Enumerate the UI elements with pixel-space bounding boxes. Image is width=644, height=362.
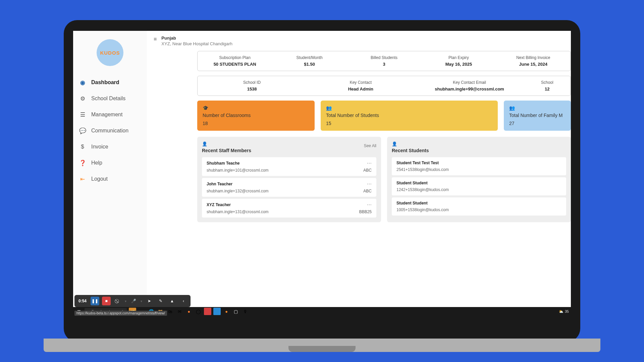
staff-icon: 👤 bbox=[202, 141, 251, 146]
email-cell: Key Contact Email shubham.ingle+99@cross… bbox=[415, 76, 524, 96]
sidebar-item-dashboard[interactable]: ◉ Dashboard bbox=[73, 74, 147, 90]
staff-panel: 👤 Recent Staff Members See All Shubham T… bbox=[197, 137, 381, 222]
mail-icon[interactable]: ✉ bbox=[176, 308, 183, 315]
list-item[interactable]: Student Test Test Test 2541+1538login@ku… bbox=[392, 157, 566, 175]
sidebar-item-communication[interactable]: 💬 Communication bbox=[73, 123, 147, 139]
pen-icon[interactable]: ✎ bbox=[156, 297, 165, 305]
rate-cell: Student/Month $1.50 bbox=[272, 51, 346, 71]
students-list: Student Test Test Test 2541+1538login@ku… bbox=[392, 157, 566, 216]
students-value: 15 bbox=[326, 121, 492, 126]
more-icon[interactable]: ⋯ bbox=[367, 202, 372, 207]
app-icon-orange[interactable]: ● bbox=[223, 308, 230, 315]
item-email: 2541+1538login@kudos.com bbox=[396, 167, 449, 172]
expiry-value: May 16, 2025 bbox=[424, 62, 493, 67]
sidebar-item-logout[interactable]: ⇤ Logout bbox=[73, 171, 147, 187]
system-tray[interactable]: ⛅ 35 bbox=[559, 309, 569, 314]
item-name: Student Student bbox=[396, 181, 428, 185]
app-icon-blue[interactable] bbox=[213, 308, 221, 315]
camera-off-icon[interactable]: ⃠ bbox=[113, 297, 122, 305]
family-value: 27 bbox=[509, 121, 566, 126]
expiry-label: Plan Expiry bbox=[424, 55, 493, 60]
sidebar-item-school-details[interactable]: ⚙ School Details bbox=[73, 90, 147, 107]
sidebar-item-label: School Details bbox=[91, 96, 125, 102]
collapse-icon[interactable]: ‹ bbox=[179, 297, 188, 305]
stop-button[interactable]: ■ bbox=[102, 297, 111, 305]
staff-list: Shubham Teache ⋯ shubham.ingle+101@cross… bbox=[202, 157, 376, 218]
list-icon: ☰ bbox=[79, 111, 86, 118]
laptop-notch bbox=[288, 346, 356, 352]
app-icon-mic[interactable]: 🎙 bbox=[241, 308, 249, 315]
sidebar-item-label: Management bbox=[91, 112, 122, 118]
screen-viewport: KUDOS ◉ Dashboard ⚙ School Details ☰ Man… bbox=[73, 31, 571, 316]
classrooms-value: 18 bbox=[203, 121, 309, 126]
mic-off-icon[interactable]: 🎤 bbox=[129, 297, 138, 305]
item-name: Student Student bbox=[396, 201, 428, 205]
dollar-icon: $ bbox=[79, 143, 86, 150]
pointer-icon[interactable]: ➤ bbox=[145, 297, 154, 305]
item-name: Student Test Test Test bbox=[396, 161, 439, 165]
highlight-icon[interactable]: ▲ bbox=[168, 297, 176, 305]
staff-panel-title: Recent Staff Members bbox=[202, 148, 251, 153]
list-item[interactable]: John Teacher ⋯ shubham.ingle+132@crossml… bbox=[202, 178, 376, 197]
chrome-icon[interactable]: ◯ bbox=[195, 308, 202, 315]
list-item[interactable]: Shubham Teache ⋯ shubham.ingle+101@cross… bbox=[202, 157, 376, 176]
invoice-label: Next Billing Invoice bbox=[499, 55, 568, 60]
family-label: Total Number of Family M bbox=[509, 113, 566, 118]
invoice-value: June 15, 2024 bbox=[499, 62, 568, 67]
item-email: 1005+1538login@kudos.com bbox=[396, 207, 449, 212]
sidebar-item-management[interactable]: ☰ Management bbox=[73, 107, 147, 123]
weather-icon: ⛅ bbox=[559, 309, 564, 314]
firefox-icon[interactable]: ● bbox=[185, 308, 193, 315]
list-item[interactable]: XYZ Teacher ⋯ shubham.ingle+131@crossml.… bbox=[202, 199, 376, 218]
students-label: Total Number of Students bbox=[326, 113, 492, 118]
school-info-bar: School ID 1538 Key Contact Head Admin Ke… bbox=[197, 76, 571, 96]
laptop-frame: KUDOS ◉ Dashboard ⚙ School Details ☰ Man… bbox=[64, 20, 580, 342]
list-item[interactable]: Student Student 1005+1538login@kudos.com bbox=[392, 197, 566, 216]
question-icon: ❓ bbox=[79, 160, 86, 166]
app-icon-red[interactable] bbox=[204, 308, 211, 315]
email-label: Key Contact Email bbox=[418, 80, 521, 85]
family-card[interactable]: 👥 Total Number of Family M 27 bbox=[504, 101, 571, 131]
classrooms-label: Number of Classrooms bbox=[203, 113, 309, 118]
logout-icon: ⇤ bbox=[79, 176, 86, 182]
staff-panel-header: 👤 Recent Staff Members See All bbox=[202, 141, 376, 153]
region-label: Punjab bbox=[161, 36, 232, 41]
app-logo: KUDOS bbox=[97, 39, 123, 66]
app-icon-sq[interactable]: ▢ bbox=[232, 308, 239, 315]
invoice-cell: Next Billing Invoice June 15, 2024 bbox=[496, 51, 571, 71]
extra-value: 12 bbox=[527, 86, 568, 92]
menu-toggle-icon[interactable]: ≡ bbox=[154, 36, 157, 42]
list-item[interactable]: Student Student 1242+1538login@kudos.com bbox=[392, 177, 566, 195]
sidebar-item-help[interactable]: ❓ Help bbox=[73, 155, 147, 171]
sidebar-item-label: Help bbox=[91, 160, 102, 166]
sidebar-item-label: Logout bbox=[91, 176, 108, 182]
screen-recorder-bar[interactable]: 0:54 ❚❚ ■ ⃠ ▾ 🎤 ▾ ➤ ✎ ▲ ‹ bbox=[74, 295, 191, 307]
sidebar-item-invoice[interactable]: $ Invoice bbox=[73, 139, 147, 155]
separator: ▾ bbox=[125, 299, 126, 303]
students-card[interactable]: 👥 Total Number of Students 15 bbox=[321, 101, 498, 131]
separator: ▾ bbox=[141, 299, 142, 303]
see-all-staff-link[interactable]: See All bbox=[364, 143, 376, 148]
classrooms-card[interactable]: 🎓 Number of Classrooms 18 bbox=[197, 101, 315, 131]
contact-cell: Key Contact Head Admin bbox=[306, 76, 415, 96]
gear-icon: ⚙ bbox=[79, 95, 86, 102]
students-panel: 👤 Recent Students Student Test Test Test… bbox=[387, 137, 571, 222]
students-panel-header: 👤 Recent Students bbox=[392, 141, 566, 153]
item-name: XYZ Teacher bbox=[207, 202, 231, 207]
item-email: shubham.ingle+101@crossml.com bbox=[207, 168, 269, 173]
item-name: Shubham Teache bbox=[207, 161, 239, 166]
expiry-cell: Plan Expiry May 16, 2025 bbox=[421, 51, 496, 71]
pause-button[interactable]: ❚❚ bbox=[91, 297, 99, 305]
sidebar-item-label: Dashboard bbox=[91, 79, 119, 85]
subscription-info-bar: Subscription Plan 50 STUDENTS PLAN Stude… bbox=[197, 51, 571, 71]
more-icon[interactable]: ⋯ bbox=[367, 181, 372, 187]
school-id-cell: School ID 1538 bbox=[198, 76, 306, 96]
more-icon[interactable]: ⋯ bbox=[367, 161, 372, 166]
billed-label: Billed Students bbox=[350, 55, 419, 60]
plan-value: 50 STUDENTS PLAN bbox=[200, 62, 269, 67]
store-icon[interactable]: 🛍 bbox=[166, 308, 174, 315]
item-code: ABC bbox=[363, 168, 372, 173]
content-area: Subscription Plan 50 STUDENTS PLAN Stude… bbox=[147, 51, 571, 222]
lists-row: 👤 Recent Staff Members See All Shubham T… bbox=[197, 137, 571, 222]
recorder-time: 0:54 bbox=[77, 299, 88, 303]
